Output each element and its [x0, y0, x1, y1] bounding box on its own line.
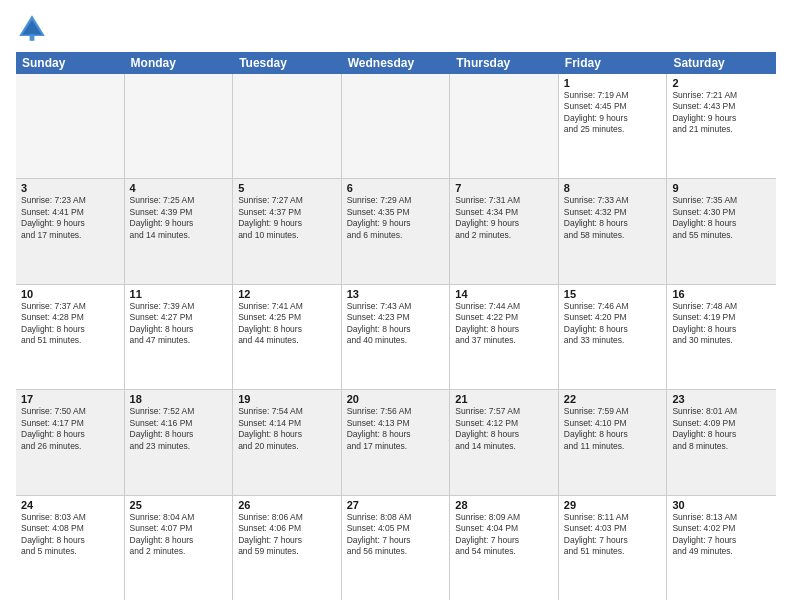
day-info: Sunrise: 7:54 AM Sunset: 4:14 PM Dayligh…: [238, 406, 336, 452]
day-number: 24: [21, 499, 119, 511]
day-number: 29: [564, 499, 662, 511]
calendar-cell-row3-col0: 17Sunrise: 7:50 AM Sunset: 4:17 PM Dayli…: [16, 390, 125, 494]
day-number: 28: [455, 499, 553, 511]
day-number: 27: [347, 499, 445, 511]
calendar-cell-row0-col6: 2Sunrise: 7:21 AM Sunset: 4:43 PM Daylig…: [667, 74, 776, 178]
day-info: Sunrise: 7:27 AM Sunset: 4:37 PM Dayligh…: [238, 195, 336, 241]
day-number: 11: [130, 288, 228, 300]
calendar-cell-row0-col0: [16, 74, 125, 178]
day-info: Sunrise: 7:56 AM Sunset: 4:13 PM Dayligh…: [347, 406, 445, 452]
day-number: 13: [347, 288, 445, 300]
calendar-row-4: 24Sunrise: 8:03 AM Sunset: 4:08 PM Dayli…: [16, 496, 776, 600]
calendar-cell-row3-col3: 20Sunrise: 7:56 AM Sunset: 4:13 PM Dayli…: [342, 390, 451, 494]
day-info: Sunrise: 7:37 AM Sunset: 4:28 PM Dayligh…: [21, 301, 119, 347]
calendar-cell-row2-col1: 11Sunrise: 7:39 AM Sunset: 4:27 PM Dayli…: [125, 285, 234, 389]
calendar-cell-row0-col1: [125, 74, 234, 178]
calendar-cell-row0-col2: [233, 74, 342, 178]
day-number: 4: [130, 182, 228, 194]
calendar-cell-row3-col6: 23Sunrise: 8:01 AM Sunset: 4:09 PM Dayli…: [667, 390, 776, 494]
day-number: 17: [21, 393, 119, 405]
calendar-cell-row1-col3: 6Sunrise: 7:29 AM Sunset: 4:35 PM Daylig…: [342, 179, 451, 283]
page: SundayMondayTuesdayWednesdayThursdayFrid…: [0, 0, 792, 612]
day-number: 19: [238, 393, 336, 405]
day-number: 16: [672, 288, 771, 300]
day-number: 30: [672, 499, 771, 511]
calendar-row-1: 3Sunrise: 7:23 AM Sunset: 4:41 PM Daylig…: [16, 179, 776, 284]
day-info: Sunrise: 7:39 AM Sunset: 4:27 PM Dayligh…: [130, 301, 228, 347]
day-number: 2: [672, 77, 771, 89]
calendar-cell-row2-col0: 10Sunrise: 7:37 AM Sunset: 4:28 PM Dayli…: [16, 285, 125, 389]
day-info: Sunrise: 7:35 AM Sunset: 4:30 PM Dayligh…: [672, 195, 771, 241]
day-info: Sunrise: 7:29 AM Sunset: 4:35 PM Dayligh…: [347, 195, 445, 241]
day-number: 6: [347, 182, 445, 194]
day-info: Sunrise: 7:48 AM Sunset: 4:19 PM Dayligh…: [672, 301, 771, 347]
calendar-cell-row4-col1: 25Sunrise: 8:04 AM Sunset: 4:07 PM Dayli…: [125, 496, 234, 600]
calendar-cell-row2-col3: 13Sunrise: 7:43 AM Sunset: 4:23 PM Dayli…: [342, 285, 451, 389]
weekday-header-saturday: Saturday: [667, 52, 776, 74]
day-info: Sunrise: 7:25 AM Sunset: 4:39 PM Dayligh…: [130, 195, 228, 241]
day-info: Sunrise: 8:13 AM Sunset: 4:02 PM Dayligh…: [672, 512, 771, 558]
calendar-cell-row1-col4: 7Sunrise: 7:31 AM Sunset: 4:34 PM Daylig…: [450, 179, 559, 283]
svg-rect-2: [30, 34, 35, 40]
calendar-cell-row2-col4: 14Sunrise: 7:44 AM Sunset: 4:22 PM Dayli…: [450, 285, 559, 389]
day-info: Sunrise: 7:41 AM Sunset: 4:25 PM Dayligh…: [238, 301, 336, 347]
weekday-header-sunday: Sunday: [16, 52, 125, 74]
day-number: 15: [564, 288, 662, 300]
calendar-cell-row1-col6: 9Sunrise: 7:35 AM Sunset: 4:30 PM Daylig…: [667, 179, 776, 283]
day-number: 8: [564, 182, 662, 194]
weekday-header-friday: Friday: [559, 52, 668, 74]
day-info: Sunrise: 7:57 AM Sunset: 4:12 PM Dayligh…: [455, 406, 553, 452]
calendar-header: SundayMondayTuesdayWednesdayThursdayFrid…: [16, 52, 776, 74]
day-info: Sunrise: 7:31 AM Sunset: 4:34 PM Dayligh…: [455, 195, 553, 241]
day-number: 3: [21, 182, 119, 194]
day-info: Sunrise: 8:09 AM Sunset: 4:04 PM Dayligh…: [455, 512, 553, 558]
logo-icon: [16, 12, 48, 44]
calendar-cell-row3-col4: 21Sunrise: 7:57 AM Sunset: 4:12 PM Dayli…: [450, 390, 559, 494]
day-number: 21: [455, 393, 553, 405]
calendar-cell-row4-col0: 24Sunrise: 8:03 AM Sunset: 4:08 PM Dayli…: [16, 496, 125, 600]
day-info: Sunrise: 7:23 AM Sunset: 4:41 PM Dayligh…: [21, 195, 119, 241]
day-info: Sunrise: 7:21 AM Sunset: 4:43 PM Dayligh…: [672, 90, 771, 136]
day-info: Sunrise: 7:43 AM Sunset: 4:23 PM Dayligh…: [347, 301, 445, 347]
calendar-cell-row3-col2: 19Sunrise: 7:54 AM Sunset: 4:14 PM Dayli…: [233, 390, 342, 494]
calendar-cell-row4-col2: 26Sunrise: 8:06 AM Sunset: 4:06 PM Dayli…: [233, 496, 342, 600]
calendar-cell-row4-col5: 29Sunrise: 8:11 AM Sunset: 4:03 PM Dayli…: [559, 496, 668, 600]
weekday-header-thursday: Thursday: [450, 52, 559, 74]
calendar-cell-row1-col5: 8Sunrise: 7:33 AM Sunset: 4:32 PM Daylig…: [559, 179, 668, 283]
calendar-body: 1Sunrise: 7:19 AM Sunset: 4:45 PM Daylig…: [16, 74, 776, 600]
calendar-cell-row2-col2: 12Sunrise: 7:41 AM Sunset: 4:25 PM Dayli…: [233, 285, 342, 389]
day-number: 1: [564, 77, 662, 89]
calendar: SundayMondayTuesdayWednesdayThursdayFrid…: [16, 52, 776, 600]
day-number: 12: [238, 288, 336, 300]
day-info: Sunrise: 8:08 AM Sunset: 4:05 PM Dayligh…: [347, 512, 445, 558]
calendar-cell-row4-col6: 30Sunrise: 8:13 AM Sunset: 4:02 PM Dayli…: [667, 496, 776, 600]
day-info: Sunrise: 7:46 AM Sunset: 4:20 PM Dayligh…: [564, 301, 662, 347]
calendar-cell-row2-col5: 15Sunrise: 7:46 AM Sunset: 4:20 PM Dayli…: [559, 285, 668, 389]
day-number: 26: [238, 499, 336, 511]
day-number: 18: [130, 393, 228, 405]
weekday-header-tuesday: Tuesday: [233, 52, 342, 74]
calendar-cell-row1-col1: 4Sunrise: 7:25 AM Sunset: 4:39 PM Daylig…: [125, 179, 234, 283]
header: [16, 12, 776, 44]
day-info: Sunrise: 7:44 AM Sunset: 4:22 PM Dayligh…: [455, 301, 553, 347]
logo: [16, 12, 52, 44]
day-number: 23: [672, 393, 771, 405]
calendar-cell-row3-col1: 18Sunrise: 7:52 AM Sunset: 4:16 PM Dayli…: [125, 390, 234, 494]
calendar-cell-row1-col2: 5Sunrise: 7:27 AM Sunset: 4:37 PM Daylig…: [233, 179, 342, 283]
calendar-cell-row1-col0: 3Sunrise: 7:23 AM Sunset: 4:41 PM Daylig…: [16, 179, 125, 283]
day-info: Sunrise: 7:50 AM Sunset: 4:17 PM Dayligh…: [21, 406, 119, 452]
day-info: Sunrise: 7:19 AM Sunset: 4:45 PM Dayligh…: [564, 90, 662, 136]
day-number: 25: [130, 499, 228, 511]
calendar-row-3: 17Sunrise: 7:50 AM Sunset: 4:17 PM Dayli…: [16, 390, 776, 495]
day-number: 14: [455, 288, 553, 300]
day-info: Sunrise: 8:11 AM Sunset: 4:03 PM Dayligh…: [564, 512, 662, 558]
calendar-cell-row4-col4: 28Sunrise: 8:09 AM Sunset: 4:04 PM Dayli…: [450, 496, 559, 600]
day-info: Sunrise: 7:52 AM Sunset: 4:16 PM Dayligh…: [130, 406, 228, 452]
calendar-cell-row3-col5: 22Sunrise: 7:59 AM Sunset: 4:10 PM Dayli…: [559, 390, 668, 494]
day-number: 10: [21, 288, 119, 300]
calendar-cell-row0-col5: 1Sunrise: 7:19 AM Sunset: 4:45 PM Daylig…: [559, 74, 668, 178]
day-info: Sunrise: 8:03 AM Sunset: 4:08 PM Dayligh…: [21, 512, 119, 558]
calendar-row-2: 10Sunrise: 7:37 AM Sunset: 4:28 PM Dayli…: [16, 285, 776, 390]
day-number: 20: [347, 393, 445, 405]
day-number: 22: [564, 393, 662, 405]
